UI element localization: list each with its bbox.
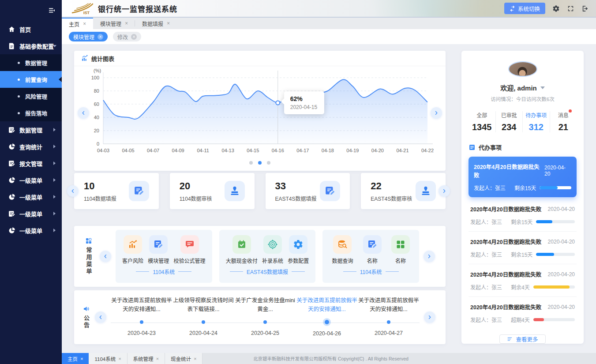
close-icon[interactable] [194, 356, 196, 361]
sidebar-item-label: 数据管理 [19, 126, 42, 134]
sidebar: 首页 基础参数配置 数据管理 前置查询 风险管理 报告落地 数据管理 查询统计 [0, 0, 62, 364]
collapse-menu-icon[interactable] [48, 7, 56, 14]
kpi-value: 20 [180, 180, 212, 192]
kpi-card-east4s-review[interactable]: 22EAST4S数据审核 [361, 173, 446, 209]
kpi-card-east4s-entry[interactable]: 33EAST4S数据填报 [266, 173, 350, 209]
close-icon[interactable] [83, 21, 86, 27]
announcement-item[interactable]: 上级领导视察反洗钱时间表下载链接...2020-04-24 [172, 295, 234, 339]
announcement-item[interactable]: 关于改进周五提前放假半天的安排通知...2020-04-27 [358, 295, 420, 339]
fullscreen-icon[interactable] [567, 5, 574, 12]
sidebar-item-message-mgmt[interactable]: 报文管理 [0, 155, 62, 172]
announcements-next-button[interactable] [424, 311, 435, 323]
sidebar-item-level1-menu-1[interactable]: 一级菜单 [0, 172, 62, 188]
sidebar-subitem-label: 前置查询 [25, 75, 47, 84]
risk-chart-icon [127, 239, 138, 250]
edit-doc-icon [367, 239, 378, 250]
announcements-prev-button[interactable] [95, 311, 106, 323]
todo-item-active[interactable]: 2020年4月20日数据跑批失败2020-04-20 发起人：张三剩余15天 [469, 157, 577, 197]
sidebar-item-base-config[interactable]: 基础参数配置 [0, 38, 62, 54]
chip-module-mgmt[interactable]: 模块管理 [69, 32, 108, 41]
close-icon[interactable] [125, 20, 128, 26]
chip-modify[interactable]: 修改 [113, 32, 141, 41]
progress-fill [533, 318, 544, 321]
kpi-card-1104-review[interactable]: 201104数据审核 [170, 173, 255, 209]
todo-section-header: 代办事项 [469, 143, 577, 151]
todo-item[interactable]: 2020年4月20日数据跑批失败2020-04-20 发起人：张三超期4天 [469, 297, 577, 329]
todo-item[interactable]: 2020年4月20日数据跑批失败2020-04-20 发起人：张三剩余15天 [469, 199, 577, 232]
tab-data-entry[interactable]: 数据填报 [135, 18, 177, 29]
message-icon [184, 239, 195, 250]
announcement-text: 关于改进周五提前放假半天的安排通知... [296, 296, 358, 315]
view-more-button[interactable]: 查看更多 [499, 334, 545, 344]
kpi-label: 1104数据填报 [84, 195, 116, 202]
sidebar-item-level1-menu-2[interactable]: 一级菜单 [0, 188, 62, 205]
close-icon[interactable] [156, 356, 159, 361]
stat-messages[interactable]: 消息21 [550, 111, 577, 132]
sidebar-subitem-report-landing[interactable]: 报告落地 [0, 105, 62, 121]
stat-value: 21 [550, 122, 577, 132]
kpi-card-1104-entry[interactable]: 101104数据填报 [74, 173, 159, 209]
sidebar-subitem-risk-mgmt[interactable]: 风险管理 [0, 88, 62, 105]
chevron-down-icon[interactable] [540, 86, 545, 89]
todo-section-title: 代办事项 [479, 143, 502, 151]
stat-approved[interactable]: 已审批234 [496, 111, 523, 132]
footer-tab-1104[interactable]: 1104系统 [89, 353, 127, 364]
tab-module-mgmt[interactable]: 模块管理 [93, 18, 135, 29]
todo-item[interactable]: 2020年4月20日数据跑批失败2020-04-20 发起人：张三剩余4天 [469, 264, 577, 297]
pagination-dot[interactable] [258, 161, 262, 165]
chart-next-button[interactable] [431, 107, 442, 119]
todo-item[interactable]: 2020年4月20日数据跑批失败2020-04-20 发起人：张三剩余15天 [469, 232, 577, 264]
menu-item-name-2[interactable]: 名称 [391, 235, 410, 264]
close-icon[interactable] [131, 34, 137, 40]
close-icon[interactable] [80, 356, 83, 361]
stat-pending[interactable]: 待办事项312 [523, 111, 550, 132]
sidebar-item-level1-menu-4[interactable]: 一级菜单 [0, 222, 62, 239]
close-icon[interactable] [97, 34, 103, 40]
todo-title: 2020年4月20日数据跑批失败 [470, 205, 541, 213]
menu-item-supplement-system[interactable]: 补录系统 [262, 235, 283, 264]
sidebar-item-label: 一级菜单 [19, 226, 42, 235]
sidebar-item-label: 基础参数配置 [19, 42, 54, 50]
avatar[interactable] [508, 61, 537, 77]
stat-value: 1345 [469, 122, 495, 132]
kpi-next-button[interactable] [439, 185, 450, 197]
chart-prev-button[interactable] [78, 107, 89, 119]
common-menu-next-button[interactable] [424, 251, 435, 262]
footer-tab-system-mgmt[interactable]: 系统管理 [127, 353, 165, 364]
close-icon[interactable] [118, 356, 121, 361]
pagination-dot[interactable] [249, 161, 253, 165]
x-tick-label: 04-15 [247, 148, 259, 153]
sidebar-item-home[interactable]: 首页 [0, 21, 62, 38]
sidebar-subitem-front-query[interactable]: 前置查询 [0, 71, 62, 88]
sidebar-item-data-mgmt[interactable]: 数据管理 [0, 121, 62, 138]
kpi-prev-button[interactable] [67, 185, 79, 197]
stat-all[interactable]: 全部1345 [469, 111, 496, 132]
footer-tab-cash-stats[interactable]: 现金统计 [165, 353, 202, 364]
edit-doc-icon [324, 185, 336, 197]
tab-home[interactable]: 主页 [62, 18, 93, 29]
pagination-dot[interactable] [267, 161, 270, 165]
announcement-item[interactable]: 关于广发金业务挂盘mini黄金...2020-04-25 [234, 295, 296, 339]
todo-remaining: 超期4天 [511, 316, 530, 323]
close-icon[interactable] [167, 20, 170, 26]
menu-item-customer-risk[interactable]: 客户风险 [122, 235, 143, 264]
settings-gear-icon[interactable] [552, 5, 560, 12]
announcement-item[interactable]: 关于改进周五提前放假半天的安排通知...2020-04-23 [111, 295, 172, 339]
sidebar-item-query-stats[interactable]: 查询统计 [0, 138, 62, 155]
chart-icon [81, 55, 88, 62]
announcement-item-active[interactable]: 关于改进周五提前放假半天的安排通知...2020-04-26 [296, 295, 358, 339]
sidebar-item-level1-menu-3[interactable]: 一级菜单 [0, 205, 62, 222]
menu-item-param-config[interactable]: 参数配置 [288, 235, 309, 264]
sidebar-subitem-data-mgmt[interactable]: 数据管理 [0, 54, 62, 71]
menu-item-large-cash[interactable]: 大额现金收付 [226, 235, 258, 264]
y-tick-label: 0 [97, 141, 99, 146]
menu-item-data-query[interactable]: 数据查询 [332, 235, 353, 264]
footer-tab-home[interactable]: 主页 [62, 353, 89, 364]
menu-item-module-mgmt[interactable]: 模块管理 [148, 235, 169, 264]
sidebar-item-label: 查询统计 [19, 143, 42, 151]
logout-icon[interactable] [581, 5, 589, 12]
common-menu-prev-button[interactable] [100, 251, 111, 262]
system-switch-button[interactable]: 系统切换 [504, 3, 545, 14]
menu-item-name-1[interactable]: 名称 [363, 235, 382, 264]
menu-item-formula-mgmt[interactable]: 校验公式管理 [174, 235, 206, 264]
